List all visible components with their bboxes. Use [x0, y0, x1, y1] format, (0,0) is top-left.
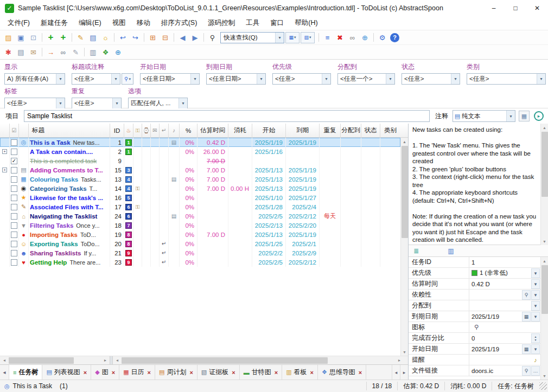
columns-hscrollbar[interactable]: ◂ ▸ — [113, 356, 404, 364]
close-tab-icon[interactable]: × — [310, 369, 314, 376]
task-checkbox[interactable] — [11, 259, 17, 266]
col-dependency-icon[interactable]: ↵ — [160, 124, 169, 137]
filter-combo[interactable]: 匹配任何人, ... ▾ — [128, 98, 188, 109]
view-tab[interactable]: ▦ 日历 × — [119, 365, 155, 380]
view-tab[interactable]: ▬ 甘特图 × — [240, 365, 282, 380]
toolbar-icon[interactable]: ⊡ — [27, 31, 40, 43]
close-tab-icon[interactable]: × — [359, 369, 362, 376]
col-category[interactable]: 类别 — [380, 124, 400, 137]
expand-comments-button[interactable]: ▸ — [534, 111, 544, 121]
close-tab-icon[interactable]: × — [112, 369, 115, 376]
toolbar-icon[interactable]: ⊟ — [159, 31, 171, 43]
icon-picker-magnifier-icon[interactable]: ⚲ — [472, 323, 481, 332]
task-checkbox[interactable] — [11, 250, 17, 256]
comments-scrollbar[interactable]: ▲ ▼ — [540, 124, 548, 245]
menu-item[interactable]: 移动 — [131, 17, 156, 29]
chevron-down-icon[interactable]: ▾ — [56, 98, 65, 108]
close-tab-icon[interactable]: × — [84, 369, 87, 376]
filter-combo[interactable]: <任意日期> ▾ — [206, 73, 266, 85]
scroll-thumb[interactable] — [122, 357, 328, 364]
filter-combo[interactable]: <任意> ▾ — [467, 73, 546, 85]
toolbar-icon[interactable]: ◀ — [176, 31, 189, 43]
chevron-down-icon[interactable]: ▾ — [531, 268, 540, 278]
toolbar-icon[interactable]: ✎ — [69, 46, 82, 58]
magnifier-icon[interactable]: ⚲ — [522, 366, 531, 376]
toolbar-icon[interactable]: ▤ — [87, 31, 99, 43]
view-tab[interactable]: ▤ 列表视图 × — [42, 365, 91, 380]
calendar-icon[interactable]: ▦ — [522, 344, 531, 354]
col-status[interactable]: 状态 — [361, 124, 380, 137]
attribute-row[interactable]: 文件链接 ⚲ doors.ic ⚲ … ♪ ▴▾ ▦ — [409, 365, 548, 376]
chevron-down-icon[interactable]: ▾ — [56, 74, 65, 84]
tree-hscrollbar[interactable]: ◂ ▸ — [0, 356, 110, 364]
task-row[interactable]: ☻ Sharing TasklistsIf y... 21 9 ↵ 0% 202… — [0, 248, 400, 258]
filter-combo[interactable]: <任意一个> ▾ — [337, 73, 395, 85]
menu-item[interactable]: 工具 — [240, 17, 265, 29]
toolbar-icon[interactable]: ✉ — [27, 46, 40, 58]
toolbar-icon[interactable]: ▥ — [87, 46, 99, 58]
toolbar-icon[interactable] — [142, 31, 146, 43]
menu-item[interactable]: 新建任务 — [35, 17, 73, 29]
toolbar-icon[interactable]: ∞ — [346, 31, 359, 43]
quick-find-combo[interactable]: 快速查找(Q) ▾ — [220, 32, 284, 43]
spinner-control[interactable]: ▴▾ — [531, 333, 540, 343]
view-tab[interactable]: ▧ 证据板 × — [197, 365, 240, 380]
toolbar-icon[interactable] — [40, 46, 44, 58]
close-tab-icon[interactable]: × — [275, 369, 278, 376]
task-checkbox[interactable] — [11, 195, 17, 201]
chevron-down-icon[interactable]: ▾ — [112, 98, 121, 108]
search-options-button[interactable]: ▧▾ — [301, 32, 315, 43]
attribute-row[interactable]: 开始日期 ⚲ 2025/1/19 ⚲ … ♪ ▴▾ ▦ — [409, 344, 548, 355]
col-lock-icon[interactable]: ⚿ — [133, 124, 142, 137]
attribute-row[interactable]: 图标 ⚲ ⚲ … ♪ ▴▾ ▦ ▾ — [409, 322, 548, 333]
chevron-down-icon[interactable]: ▾ — [531, 290, 540, 300]
scroll-left-icon[interactable]: ◂ — [0, 356, 9, 365]
maximize-button[interactable]: □ — [505, 0, 526, 16]
menu-item[interactable]: 排序方式(S) — [156, 17, 203, 29]
close-button[interactable]: ✕ — [526, 0, 548, 16]
attributes-scrollbar[interactable]: ▲ ▼ — [540, 257, 548, 380]
expand-toggle[interactable]: + — [2, 149, 7, 154]
chevron-down-icon[interactable]: ▾ — [531, 301, 540, 311]
toolbar-icon[interactable]: + — [57, 31, 69, 43]
chevron-down-icon[interactable]: ▾ — [275, 33, 284, 43]
menu-item[interactable]: 源码控制 — [202, 17, 240, 29]
table-vertical-scrollbar[interactable]: ▲ ▼ — [400, 138, 408, 356]
tab-scroll-left-icon[interactable]: ◂ — [392, 365, 400, 380]
attribute-value[interactable]: ⚲ doors.ic ⚲ … ♪ ▴▾ ▦ ▾ — [469, 365, 541, 376]
tab-scroll-right-icon[interactable]: ▸ — [400, 365, 408, 380]
attribute-value[interactable]: ⚲ ⚲ … ♪ ▴▾ ▦ ▾ — [469, 322, 541, 332]
col-estimate[interactable]: 估算时间 — [197, 124, 228, 137]
toolbar-icon[interactable]: + — [44, 31, 57, 43]
comments-format-combo[interactable]: ▤ 纯文本 ▾ — [453, 110, 515, 122]
task-row[interactable]: ◉ Categorizing TasksT... 14 4 ⚿ 0% 7.00 … — [0, 184, 400, 193]
attributes-toolbar-icon[interactable]: ▥ — [445, 246, 456, 256]
scroll-down-icon[interactable]: ▼ — [541, 237, 548, 245]
scroll-right-icon[interactable]: ▸ — [395, 356, 404, 365]
scroll-right-icon[interactable]: ▸ — [101, 356, 110, 365]
col-reminder-icon[interactable]: ♪ — [169, 124, 180, 137]
task-row[interactable]: ▦ Colouring TasksTasks... 13 4 ▤ 0% 7.00… — [0, 175, 400, 184]
filter-combo[interactable]: <任意> ▾ — [72, 73, 120, 85]
col-assigned[interactable]: 分配到 — [341, 124, 361, 137]
tabbar-collapse-icon[interactable]: ◂ — [0, 365, 9, 380]
toolbar-icon[interactable]: ↩ — [117, 31, 129, 43]
col-title[interactable]: 标题 — [29, 124, 110, 137]
attribute-value[interactable]: ⚲ 0 ⚲ … ♪ ▴▾ ▦ ▾ — [469, 333, 541, 343]
chevron-down-icon[interactable]: ▾ — [322, 74, 330, 84]
col-recurrence[interactable]: 重复 — [320, 124, 341, 137]
col-due[interactable]: 到期 — [286, 124, 320, 137]
view-tab[interactable]: ❖ 思维导图 × — [318, 365, 366, 380]
close-tab-icon[interactable]: × — [148, 369, 151, 376]
col-spent[interactable]: 消耗 — [228, 124, 252, 137]
toolbar-icon[interactable]: ▣ — [15, 31, 27, 43]
comments-table-button[interactable]: ▦ — [519, 111, 530, 121]
task-row[interactable]: + ▤ Adding Comments to T... 15 3 0% 7.00… — [0, 165, 400, 175]
view-tab[interactable]: ◆ 图 × — [91, 365, 119, 380]
toolbar-icon[interactable] — [201, 31, 206, 43]
task-row[interactable]: ● Importing TasksToD... 19 8 0% 7.00 D 2… — [0, 230, 400, 239]
task-checkbox[interactable] — [11, 241, 17, 247]
attribute-row[interactable]: 任务ID ⚲ 1 ⚲ … ♪ ▴▾ ▦ ▾ — [409, 257, 548, 268]
chevron-down-icon[interactable]: ▾ — [451, 74, 460, 84]
chevron-down-icon[interactable]: ▾ — [531, 312, 540, 322]
